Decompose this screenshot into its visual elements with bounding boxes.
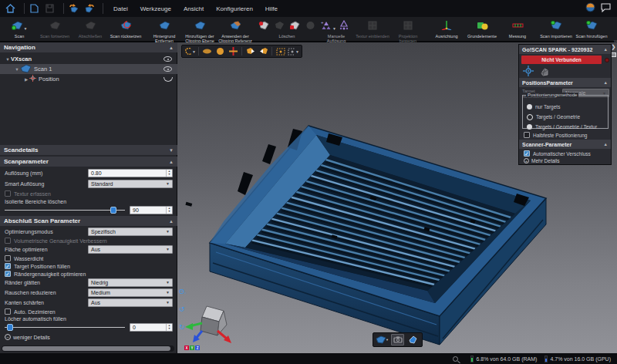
kanten-schärfen-select[interactable]: Aus ▼: [88, 298, 173, 307]
ribbon-button-res-tri[interactable]: [336, 18, 352, 33]
expand-panel-icon[interactable]: ❯: [612, 44, 616, 50]
spinner-arrows-icon[interactable]: ▲▼: [166, 170, 172, 177]
nur-targets-radio[interactable]: [527, 104, 532, 110]
texture-capture-row: Textur erfassen: [0, 190, 177, 197]
semirigid-row: Halbfeste Positionierung: [524, 132, 587, 138]
ribbon-button-del-disc[interactable]: [302, 18, 318, 33]
ribbon-button-del-grey[interactable]: [271, 18, 287, 33]
tree-caret-icon[interactable]: ▶: [23, 77, 29, 82]
ribbon-button-scan[interactable]: ▼Scan: [2, 18, 37, 39]
tree-caret-icon[interactable]: ▼: [14, 67, 20, 72]
ribbon-button-res-add[interactable]: +▼: [321, 18, 336, 33]
target-positionen-füllen-checkbox[interactable]: ✓: [5, 263, 11, 269]
positions-parameter-header[interactable]: PositionsParameter ▲: [519, 78, 611, 87]
rauschen-reduzieren-select[interactable]: Medium ▼: [88, 288, 173, 297]
visibility-eye-icon[interactable]: [164, 56, 172, 62]
finish-parameter-header[interactable]: Abschluß Scan Parameter ▲: [0, 216, 177, 226]
ribbon-button-hinzufügen-der-clipping-ebene[interactable]: Hinzufügen der Clipping-Ebene: [182, 18, 217, 43]
pin-panel-icon[interactable]: [611, 52, 616, 57]
optimierungsmodus-select[interactable]: Spezifisch ▼: [88, 228, 173, 236]
isolated-areas-slider[interactable]: [5, 206, 125, 214]
fill-holes-spinner[interactable]: 0 ▲▼: [130, 323, 173, 332]
fill-holes-slider[interactable]: [5, 323, 125, 332]
volumetrische-genauigkeit-verbessern-checkbox[interactable]: [5, 238, 11, 244]
shutter-checkbox[interactable]: ✓: [524, 150, 530, 157]
step-forward-icon[interactable]: [244, 46, 256, 56]
cross-marker-icon[interactable]: [228, 46, 239, 56]
scandetails-header[interactable]: Scandetails ▼: [0, 145, 177, 155]
texture-capture-checkbox[interactable]: [5, 190, 11, 197]
wasserdicht-checkbox[interactable]: [5, 255, 11, 261]
resolution-spinner[interactable]: 0.80 ▲▼: [88, 169, 173, 177]
ribbon-button-textur-einblenden[interactable]: Textur einblenden: [355, 18, 390, 39]
ribbon-button-abschließen[interactable]: Abschließen: [72, 18, 108, 39]
ränder-glätten-select[interactable]: Niedrig ▼: [88, 278, 173, 287]
tree-item-position[interactable]: ▶Position: [0, 74, 177, 84]
menu-konfigurieren[interactable]: Konfigurieren: [210, 0, 259, 17]
selection-region-icon[interactable]: ▼: [184, 46, 196, 56]
ribbon-button-scan-fortsetzen[interactable]: Scan fortsetzen: [37, 18, 72, 39]
navigation-cube[interactable]: [184, 295, 238, 348]
more-details-button[interactable]: + Mehr Details: [524, 158, 559, 163]
ribbon-button-messung[interactable]: Messung: [500, 18, 535, 39]
menu-datei[interactable]: Datei: [107, 0, 134, 17]
rändergenauigkeit-optimieren-checkbox[interactable]: ✓: [5, 271, 11, 277]
dotted-region-2-icon[interactable]: ▼: [288, 46, 299, 56]
mesh-view-button[interactable]: [406, 334, 420, 345]
ribbon-button-scans-verschmelzen[interactable]: Scans verschmelzen: [609, 18, 617, 43]
scanner-parameter-header[interactable]: Scanner-Parameter ▲: [519, 140, 611, 149]
ribbon-button-hintergrund-entfernen[interactable]: Hintergrund Entfernen: [147, 18, 182, 43]
dotted-region-icon[interactable]: [275, 46, 286, 56]
collapse-caret-icon: ▲: [604, 142, 608, 147]
viewport-3d[interactable]: ▼▼ ❯ ▼ Θ˒ ↺ ↻: [177, 42, 617, 353]
step-back-icon[interactable]: [258, 46, 269, 56]
ribbon-button-del-red[interactable]: [256, 18, 271, 33]
export-icon[interactable]: [83, 3, 95, 14]
ribbon-button-scan-hinzufügen[interactable]: Scan hinzufügen: [574, 18, 609, 39]
targets-geometrie-radio[interactable]: [527, 114, 533, 120]
circled-minus-icon: −: [5, 334, 11, 340]
menu-werkzeuge[interactable]: Werkzeuge: [134, 0, 177, 17]
home-icon[interactable]: [5, 3, 16, 14]
ribbon-button-del-red2[interactable]: [287, 18, 302, 33]
tree-item-scan-1[interactable]: ▼Scan 1: [0, 64, 177, 74]
spinner-arrows-icon[interactable]: ▲▼: [166, 207, 172, 214]
ribbon-button-ausrichtung[interactable]: Ausrichtung: [429, 18, 464, 39]
less-details-button[interactable]: − weniger Details: [5, 334, 50, 340]
fläche-optimieren-select[interactable]: Aus ▼: [88, 245, 173, 254]
scrollbar-thumb[interactable]: [2, 346, 170, 351]
menu-ansicht[interactable]: Ansicht: [177, 0, 210, 17]
connection-status-badge[interactable]: Nicht Verbunden: [521, 56, 602, 64]
scan-view-button[interactable]: ▼: [376, 334, 389, 345]
horizontal-scrollbar[interactable]: [2, 345, 174, 352]
ribbon-button-scan-importieren[interactable]: Scan importieren: [538, 18, 574, 39]
clipref-icon: [230, 19, 241, 33]
rotate-theta-icon[interactable]: Θ˒: [179, 288, 187, 295]
tree-caret-icon[interactable]: ▼: [5, 57, 11, 62]
save-session-icon[interactable]: [44, 3, 56, 14]
ribbon-button-scan-rücksetzen[interactable]: Scan rücksetzen: [108, 18, 143, 39]
ellipse-flat-icon[interactable]: [201, 46, 213, 56]
scanparameter-header[interactable]: Scanparameter ▲: [0, 157, 177, 167]
ribbon-button-projektion-bewegen[interactable]: Projektion bewegen: [390, 18, 426, 43]
disc-icon[interactable]: [214, 46, 226, 56]
scanner-panel-header[interactable]: Go!SCAN SPARK - 9220932 ▲: [519, 45, 611, 54]
isolated-areas-spinner[interactable]: 90 ▲▼: [130, 206, 173, 214]
new-session-icon[interactable]: [29, 3, 40, 14]
import-icon[interactable]: [68, 3, 79, 14]
camera-view-button[interactable]: [391, 334, 404, 345]
help-bubble-icon[interactable]: [601, 2, 611, 15]
spinner-arrows-icon[interactable]: ▲▼: [166, 324, 172, 331]
language-globe-icon[interactable]: [585, 2, 595, 15]
targets-geometrie-textur-radio[interactable]: [527, 124, 532, 130]
ribbon-button-grundelemente[interactable]: Grundelemente: [464, 18, 500, 39]
navigation-header[interactable]: Navigation ▲: [0, 42, 177, 52]
ribbon-button-anwenden-der-clipping-referenz[interactable]: Anwenden der Clipping Referenz: [217, 18, 253, 43]
menu-hilfe[interactable]: Hilfe: [259, 0, 284, 17]
tree-item-vxscan[interactable]: ▼VXscan: [0, 54, 177, 64]
semirigid-checkbox[interactable]: [524, 132, 530, 138]
smart-resolution-select[interactable]: Standard ▼: [88, 180, 173, 188]
magnifier-icon[interactable]: [453, 356, 458, 362]
auto-dezimieren-checkbox[interactable]: [5, 308, 11, 315]
visibility-eye-icon[interactable]: [164, 66, 172, 72]
